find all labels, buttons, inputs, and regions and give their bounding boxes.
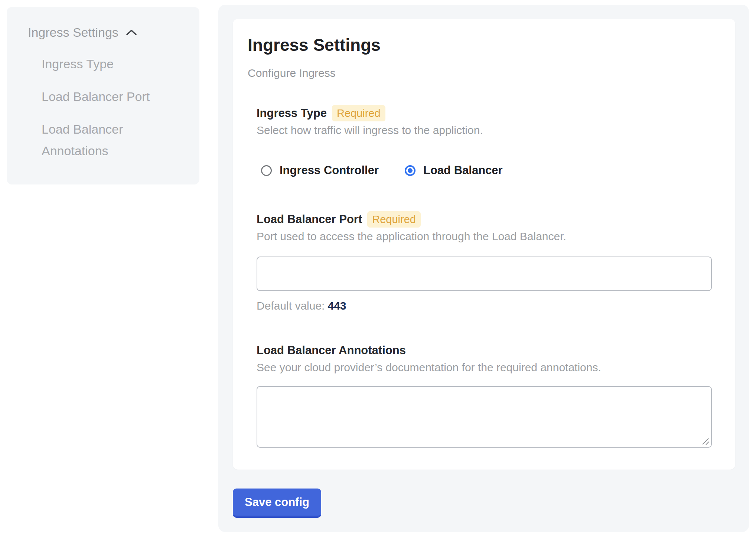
ingress-type-label: Ingress Type: [257, 105, 327, 121]
load-balancer-port-label-row: Load Balancer Port Required: [257, 211, 720, 228]
load-balancer-port-label: Load Balancer Port: [257, 211, 362, 228]
sidebar-list: Ingress Type Load Balancer Port Load Bal…: [28, 53, 176, 161]
ingress-type-description: Select how traffic will ingress to the a…: [257, 123, 720, 138]
load-balancer-port-input[interactable]: [257, 257, 712, 291]
required-badge: Required: [332, 105, 385, 121]
ingress-type-radio-group: Ingress Controller Load Balancer: [257, 164, 720, 177]
radio-checked-icon[interactable]: [405, 165, 416, 176]
settings-card: Ingress Settings Configure Ingress Ingre…: [233, 19, 735, 470]
sidebar-section-toggle[interactable]: Ingress Settings: [28, 23, 185, 41]
radio-label-ingress-controller: Ingress Controller: [280, 164, 379, 177]
page-title: Ingress Settings: [248, 35, 720, 55]
sidebar-item-ingress-type[interactable]: Ingress Type: [42, 53, 176, 75]
default-value-note: Default value:443: [257, 298, 720, 313]
section-load-balancer-annotations: Load Balancer Annotations See your cloud…: [257, 342, 720, 448]
sidebar-section-label: Ingress Settings: [28, 23, 118, 41]
resize-handle-icon[interactable]: [701, 437, 710, 445]
screen: Ingress Settings Ingress Type Load Balan…: [0, 0, 756, 539]
sidebar: Ingress Settings Ingress Type Load Balan…: [7, 7, 199, 184]
save-config-button[interactable]: Save config: [233, 489, 321, 518]
sidebar-item-load-balancer-port[interactable]: Load Balancer Port: [42, 86, 176, 107]
default-value-label: Default value:: [257, 300, 325, 312]
radio-option-load-balancer[interactable]: Load Balancer: [405, 164, 503, 177]
load-balancer-annotations-description: See your cloud provider’s documentation …: [257, 360, 720, 375]
load-balancer-annotations-label-row: Load Balancer Annotations: [257, 342, 720, 359]
annotations-textarea-wrap: [257, 386, 712, 448]
ingress-type-label-row: Ingress Type Required: [257, 105, 720, 121]
sidebar-item-load-balancer-annotations[interactable]: Load Balancer Annotations: [42, 118, 176, 161]
load-balancer-annotations-textarea[interactable]: [257, 386, 712, 448]
page-subtitle: Configure Ingress: [248, 66, 720, 81]
radio-option-ingress-controller[interactable]: Ingress Controller: [261, 164, 379, 177]
load-balancer-annotations-label: Load Balancer Annotations: [257, 342, 406, 359]
radio-label-load-balancer: Load Balancer: [423, 164, 503, 177]
main-panel: Ingress Settings Configure Ingress Ingre…: [218, 5, 749, 532]
radio-unchecked-icon[interactable]: [261, 165, 272, 176]
form-sections: Ingress Type Required Select how traffic…: [257, 105, 720, 448]
section-load-balancer-port: Load Balancer Port Required Port used to…: [257, 211, 720, 313]
section-ingress-type: Ingress Type Required Select how traffic…: [257, 105, 720, 177]
chevron-up-icon: [126, 29, 137, 36]
load-balancer-port-description: Port used to access the application thro…: [257, 229, 720, 244]
default-value: 443: [328, 300, 346, 312]
required-badge: Required: [367, 211, 421, 228]
